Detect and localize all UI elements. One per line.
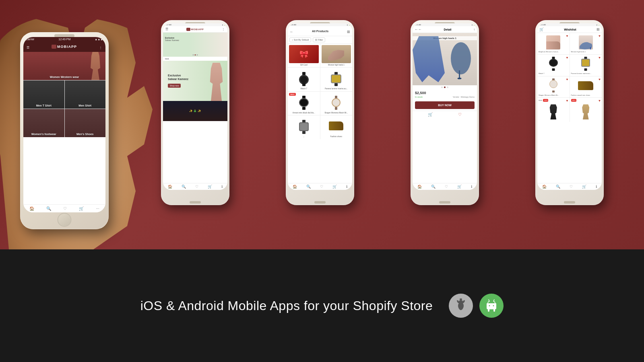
wishlist-item-dress-dark[interactable]: ♥ $500 -36% (537, 98, 570, 122)
sort-button[interactable]: ↕ Sort By Default (289, 37, 311, 42)
phone-large-body: Carrier 12:49 PM ▲▲▲ MOBIAPP Women Weste… (20, 32, 109, 229)
nav-search[interactable]: 🔍 (46, 206, 51, 211)
wishlist-item-skagen[interactable]: ♥ Skagen Womens Watch Br... (537, 76, 570, 98)
nav-cart[interactable]: 🛒 (79, 206, 84, 211)
more-icon[interactable] (99, 43, 102, 50)
wishlist-heart[interactable]: ♥ (599, 78, 601, 81)
svg-point-4 (460, 298, 462, 300)
product-shoe[interactable]: Fashion shoes (320, 115, 353, 139)
wishlist-heart[interactable]: ♥ (566, 78, 568, 81)
discount-badge: -36% (543, 99, 548, 102)
wishlist-item-heels1[interactable]: ♥ Anaphora Women's Cutout... (537, 33, 570, 54)
home-btn-4[interactable] (439, 201, 450, 204)
wishlist-heart[interactable]: ♥ (566, 99, 568, 103)
wishlist-img (571, 78, 601, 94)
wishlist-heart[interactable]: ♥ (566, 56, 568, 60)
product-toolbar: ↕ Sort By Default ⊟ Filter (288, 36, 352, 44)
product-name: Women high heels 1 (328, 64, 345, 66)
sort-label: Sort By (294, 39, 301, 41)
nav-cart[interactable]: 🛒 (332, 185, 337, 189)
grid-toggle[interactable] (347, 27, 350, 35)
grid-icon[interactable]: ⊞ (597, 27, 600, 31)
time: 11:01 AM (539, 24, 546, 26)
wishlist-item-heels2[interactable]: ♥ Women high heels 1 (570, 33, 602, 54)
back-btn[interactable]: ← (415, 27, 422, 31)
wishlist-icon[interactable]: ♡ (458, 112, 462, 117)
screen3-status: 10:46 AM ▲ 🔋 (288, 23, 352, 26)
screen4-nav: 🏠 🔍 ♡ 🛒 ℹ (413, 183, 477, 190)
watch-face (581, 59, 590, 67)
nav-search[interactable]: 🔍 (182, 185, 186, 189)
wishlist-heart[interactable]: ♥ (599, 34, 601, 38)
apple-store-badge[interactable] (449, 294, 473, 318)
filter-button[interactable]: ⊟ Filter (313, 37, 325, 42)
cart-icon[interactable]: 🛒 (428, 112, 433, 117)
item-name: Watch 7 (539, 73, 568, 75)
wishlist-cart-icon[interactable]: 🛒 (539, 27, 544, 31)
nav-wishlist[interactable]: ♡ (570, 185, 573, 189)
nav-home[interactable]: 🏠 (417, 185, 422, 189)
nav-wishlist[interactable]: ♡ (445, 185, 448, 189)
wishlist-item-fashion-shoes[interactable]: ♥ Fashion casual men shoes (570, 76, 602, 98)
nav-home[interactable]: 🏠 (168, 185, 172, 189)
wishlist-img (539, 34, 568, 50)
share-icon[interactable]: ↑ (473, 28, 475, 31)
product-watch-more[interactable]: ... (288, 115, 320, 139)
nav-search[interactable]: 🔍 (306, 185, 311, 189)
app-logo: MOBIAPP (52, 45, 77, 49)
nav-info[interactable]: ℹ (471, 185, 472, 189)
nav-info[interactable]: ℹ (596, 185, 597, 189)
nav-info[interactable]: ℹ (221, 185, 223, 189)
category-mens-shoes[interactable]: Men's Shoes (65, 109, 106, 137)
home-btn-5[interactable] (564, 201, 575, 204)
wishlist-item-suit[interactable]: ♥ -40% (570, 98, 602, 122)
categories-grid: Women Western wear Men T Shirt Men Shirt… (23, 52, 105, 137)
android-store-badge[interactable] (479, 294, 504, 318)
heels-svg (579, 38, 593, 49)
more-icon[interactable]: ⋮ (222, 27, 225, 31)
home-btn-2[interactable] (190, 201, 201, 204)
nav-wishlist[interactable]: ♡ (195, 185, 198, 189)
product-heels[interactable]: Women high heels 1 (320, 44, 353, 67)
img-container (546, 35, 560, 49)
nav-home[interactable]: 🏠 (542, 185, 547, 189)
product-skagen[interactable]: Skagen Womena Watch Mi... (320, 92, 353, 115)
nav-cart[interactable]: 🛒 (208, 185, 212, 189)
category-womens-footwear[interactable]: Women's footwear (23, 109, 64, 137)
category-men-shirt[interactable]: Men Shirt (65, 80, 106, 109)
wishlist-item-watch7[interactable]: ♥ Watch 7 (537, 55, 570, 76)
phone-1-large: Carrier 12:49 PM ▲▲▲ MOBIAPP Women Weste… (20, 20, 109, 229)
nav-wishlist[interactable]: ♡ (63, 206, 67, 211)
product-gift-card[interactable]: 🎀 Gift Card (288, 44, 320, 67)
nav-wishlist[interactable]: ♡ (320, 185, 323, 189)
nav-search[interactable]: 🔍 (431, 185, 436, 189)
wishlist-heart[interactable]: ♥ (566, 34, 568, 38)
home-btn-3[interactable] (314, 201, 326, 204)
back-button[interactable] (290, 27, 293, 35)
category-men-tshirt[interactable]: Men T Shirt (23, 80, 64, 109)
hamburger-icon[interactable]: ☰ (165, 27, 168, 31)
category-label: Men T Shirt (36, 104, 52, 107)
product-name: Gift Card (300, 64, 308, 66)
nav-home[interactable]: 🏠 (293, 185, 297, 189)
product-name: Watch 7 (301, 88, 307, 90)
nav-cart[interactable]: 🛒 (457, 185, 462, 189)
buy-now-button[interactable]: BUY NOW (415, 101, 475, 109)
wishlist-heart[interactable]: ♥ (599, 99, 601, 103)
nav-home[interactable]: 🏠 (29, 206, 34, 211)
nav-search[interactable]: 🔍 (556, 185, 560, 189)
product-armani[interactable]: SALE Armani retro black dial bla... (288, 92, 320, 115)
nav-more[interactable]: ··· (96, 206, 99, 211)
wishlist-heart[interactable]: ♥ (599, 56, 601, 60)
shop-now-btn[interactable]: Shop now (168, 84, 181, 88)
nav-cart[interactable]: 🛒 (582, 185, 586, 189)
wishlist-item-panerai[interactable]: ♥ Panerai luminor marina au... (570, 55, 602, 76)
category-women-western[interactable]: Women Western wear (23, 52, 105, 80)
product-watch7[interactable]: Watch 7 (288, 68, 320, 91)
product-panerai[interactable]: Panerai luminor marina au... (320, 68, 353, 91)
home-button[interactable] (58, 213, 72, 227)
strap-bottom (302, 107, 305, 110)
nav-info[interactable]: ℹ (346, 185, 347, 189)
screen2-banner: Exclusive Salwar Kameez (163, 33, 227, 57)
menu-icon[interactable] (27, 43, 29, 50)
